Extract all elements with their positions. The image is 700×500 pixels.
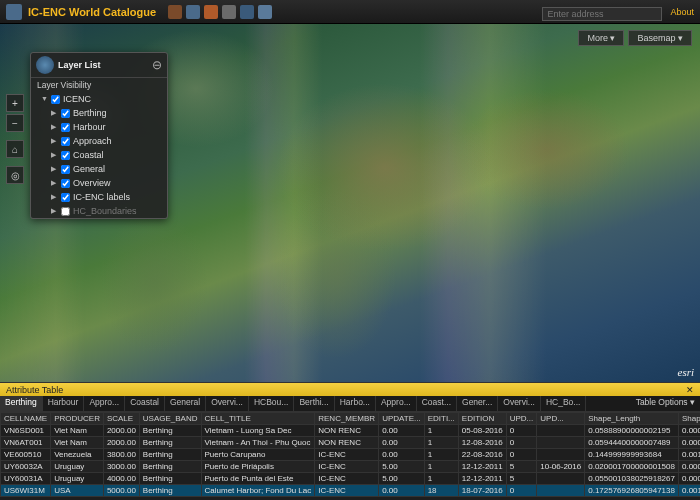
table-row[interactable]: US6WI31MUSA5000.00BerthingCalumet Harbor… (1, 485, 701, 497)
chevron-right-icon[interactable]: ▶ (51, 163, 58, 175)
layer-item-disabled[interactable]: ▶ HC_Boundaries (31, 204, 167, 218)
column-header[interactable]: EDITI... (424, 413, 458, 425)
column-header[interactable]: USAGE_BAND (139, 413, 201, 425)
close-icon[interactable]: ✕ (686, 385, 694, 395)
column-header[interactable]: UPD... (506, 413, 537, 425)
chevron-right-icon[interactable]: ▶ (51, 205, 58, 217)
tool-icon-6[interactable] (258, 5, 272, 19)
layer-item[interactable]: ▶Harbour (31, 120, 167, 134)
tab[interactable]: Gener... (457, 396, 498, 411)
attribute-table[interactable]: CELLNAMEPRODUCERSCALEUSAGE_BANDCELL_TITL… (0, 412, 700, 500)
map-canvas[interactable]: More ▾ Basemap ▾ + − ⌂ ◎ Layer List ⊖ La… (0, 24, 700, 382)
layer-item[interactable]: ▶Overview (31, 176, 167, 190)
table-cell: 1 (424, 461, 458, 473)
table-row[interactable]: VN6SD001Viet Nam2000.00BerthingVietnam -… (1, 425, 701, 437)
chevron-right-icon[interactable]: ▶ (51, 177, 58, 189)
minimize-icon[interactable]: ⊖ (152, 58, 162, 72)
table-cell: 12-12-2011 (458, 461, 506, 473)
column-header[interactable]: CELL_TITLE (201, 413, 315, 425)
layer-checkbox[interactable] (61, 109, 70, 118)
chevron-right-icon[interactable]: ▶ (51, 191, 58, 203)
layer-item[interactable]: ▶General (31, 162, 167, 176)
column-header[interactable]: Shape_Area (678, 413, 700, 425)
chevron-right-icon[interactable]: ▶ (51, 121, 58, 133)
table-cell: IC-ENC (315, 485, 379, 497)
tab[interactable]: Berthi... (294, 396, 334, 411)
layer-checkbox[interactable] (61, 193, 70, 202)
attribute-table-bar[interactable]: Attribute Table ✕ (0, 382, 700, 396)
table-cell: Berthing (139, 437, 201, 449)
layer-root[interactable]: ▼ ICENC (31, 92, 167, 106)
table-cell: 0.00130555022778374 (678, 449, 700, 461)
tab[interactable]: Appro... (84, 396, 125, 411)
layer-item[interactable]: ▶Approach (31, 134, 167, 148)
column-header[interactable]: SCALE (103, 413, 139, 425)
table-row[interactable]: UY60031AUruguay4000.00BerthingPuerto de … (1, 473, 701, 485)
tool-icon-3[interactable] (204, 5, 218, 19)
tab[interactable]: Berthing (0, 396, 43, 411)
table-cell: 4000.00 (103, 473, 139, 485)
search-input[interactable] (542, 7, 662, 21)
tab[interactable]: Coast... (417, 396, 457, 411)
tab[interactable]: HC_Bo... (541, 396, 587, 411)
basemap-button[interactable]: Basemap ▾ (628, 30, 692, 46)
tool-icon-5[interactable] (240, 5, 254, 19)
zoom-in-button[interactable]: + (6, 94, 24, 112)
layer-root-label: ICENC (63, 93, 91, 105)
table-cell: 0.05888900000002195 (585, 425, 679, 437)
column-header[interactable]: UPDATE... (379, 413, 425, 425)
tab[interactable]: General (165, 396, 206, 411)
table-row[interactable]: UY60032AUruguay3000.00BerthingPuerto de … (1, 461, 701, 473)
tab[interactable]: Appro... (376, 396, 417, 411)
layer-item[interactable]: ▶IC-ENC labels (31, 190, 167, 204)
chevron-right-icon[interactable]: ▶ (51, 135, 58, 147)
layer-visibility-label: Layer Visibility (31, 78, 167, 92)
layer-item[interactable]: ▶Coastal (31, 148, 167, 162)
column-header[interactable]: CELLNAME (1, 413, 51, 425)
table-cell: 0.05944400000007489 (585, 437, 679, 449)
table-row[interactable]: VE600510Venezuela3800.00BerthingPuerto C… (1, 449, 701, 461)
layer-checkbox[interactable] (61, 165, 70, 174)
layer-root-checkbox[interactable] (51, 95, 60, 104)
tab[interactable]: Coastal (125, 396, 165, 411)
table-cell (537, 473, 585, 485)
chevron-right-icon[interactable]: ▶ (51, 107, 58, 119)
layer-checkbox[interactable] (61, 207, 70, 216)
layer-checkbox[interactable] (61, 179, 70, 188)
tool-icon-4[interactable] (222, 5, 236, 19)
layer-label: IC-ENC labels (73, 191, 130, 203)
column-header[interactable]: PRODUCER (51, 413, 104, 425)
layer-item[interactable]: ▶Berthing (31, 106, 167, 120)
layer-label: Berthing (73, 107, 107, 119)
esri-logo: esri (678, 366, 695, 378)
more-button[interactable]: More ▾ (578, 30, 624, 46)
locate-button[interactable]: ◎ (6, 166, 24, 184)
table-cell: Uruguay (51, 473, 104, 485)
tool-icon-2[interactable] (186, 5, 200, 19)
tab[interactable]: Harbo... (335, 396, 376, 411)
layer-checkbox[interactable] (61, 123, 70, 132)
home-button[interactable]: ⌂ (6, 140, 24, 158)
table-row[interactable]: VN6AT001Viet Nam2000.00BerthingVietnam -… (1, 437, 701, 449)
table-cell: IC-ENC (315, 461, 379, 473)
about-link[interactable]: About (670, 7, 694, 17)
tab[interactable]: Overvi... (206, 396, 249, 411)
tab[interactable]: HCBou... (249, 396, 295, 411)
column-header[interactable]: RENC_MEMBR (315, 413, 379, 425)
table-cell: 05-08-2016 (458, 425, 506, 437)
table-cell: 2000.00 (103, 425, 139, 437)
layer-checkbox[interactable] (61, 137, 70, 146)
tab[interactable]: Harbour (43, 396, 85, 411)
zoom-out-button[interactable]: − (6, 114, 24, 132)
layer-checkbox[interactable] (61, 151, 70, 160)
table-cell: 0.000210648103185005908 (678, 437, 700, 449)
chevron-right-icon[interactable]: ▶ (51, 149, 58, 161)
table-options-button[interactable]: Table Options ▾ (631, 396, 700, 411)
tool-icon-1[interactable] (168, 5, 182, 19)
tab[interactable]: Overvi... (498, 396, 541, 411)
column-header[interactable]: Shape_Length (585, 413, 679, 425)
column-header[interactable]: UPD... (537, 413, 585, 425)
table-cell: 0.00 (379, 425, 425, 437)
chevron-down-icon[interactable]: ▼ (41, 93, 48, 105)
column-header[interactable]: EDITION (458, 413, 506, 425)
